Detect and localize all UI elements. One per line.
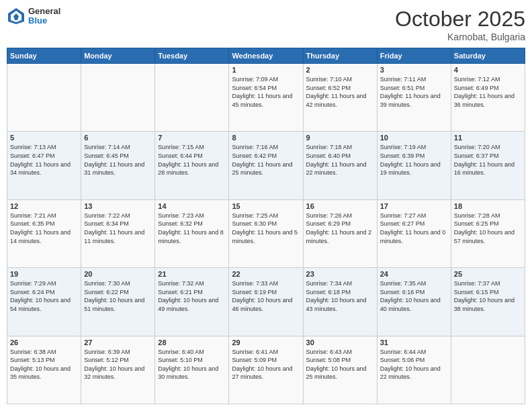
calendar-cell xyxy=(81,64,155,132)
calendar-cell: 31Sunrise: 6:44 AM Sunset: 5:06 PM Dayli… xyxy=(377,336,451,404)
calendar-cell: 25Sunrise: 7:37 AM Sunset: 6:15 PM Dayli… xyxy=(451,268,525,336)
day-info: Sunrise: 7:32 AM Sunset: 6:21 PM Dayligh… xyxy=(158,279,226,313)
day-number: 17 xyxy=(380,202,448,210)
day-number: 2 xyxy=(306,66,374,74)
calendar-cell: 22Sunrise: 7:33 AM Sunset: 6:19 PM Dayli… xyxy=(229,268,303,336)
header: General Blue October 2025 Karnobat, Bulg… xyxy=(7,7,525,42)
calendar-cell xyxy=(7,64,81,132)
day-info: Sunrise: 7:27 AM Sunset: 6:27 PM Dayligh… xyxy=(380,212,448,245)
day-number: 6 xyxy=(84,134,152,142)
calendar-table: SundayMondayTuesdayWednesdayThursdayFrid… xyxy=(7,48,525,404)
day-number: 1 xyxy=(232,66,300,74)
day-number: 20 xyxy=(84,270,152,278)
calendar-cell: 7Sunrise: 7:15 AM Sunset: 6:44 PM Daylig… xyxy=(155,132,229,199)
day-number: 19 xyxy=(10,270,78,278)
day-number: 29 xyxy=(232,338,300,347)
day-info: Sunrise: 7:11 AM Sunset: 6:51 PM Dayligh… xyxy=(380,75,448,109)
day-info: Sunrise: 7:22 AM Sunset: 6:34 PM Dayligh… xyxy=(84,212,152,245)
page: General Blue October 2025 Karnobat, Bulg… xyxy=(0,0,532,411)
day-info: Sunrise: 6:40 AM Sunset: 5:10 PM Dayligh… xyxy=(158,348,226,381)
day-number: 7 xyxy=(158,134,226,142)
day-number: 24 xyxy=(380,270,448,278)
day-header-thursday: Thursday xyxy=(303,48,377,64)
day-number: 10 xyxy=(380,134,448,142)
day-info: Sunrise: 7:25 AM Sunset: 6:30 PM Dayligh… xyxy=(232,212,300,245)
day-number: 16 xyxy=(306,202,374,210)
calendar-cell: 18Sunrise: 7:28 AM Sunset: 6:25 PM Dayli… xyxy=(451,199,525,267)
calendar-cell: 3Sunrise: 7:11 AM Sunset: 6:51 PM Daylig… xyxy=(377,64,451,132)
day-info: Sunrise: 7:21 AM Sunset: 6:35 PM Dayligh… xyxy=(10,212,78,245)
day-number: 25 xyxy=(454,270,522,278)
calendar-week-2: 5Sunrise: 7:13 AM Sunset: 6:47 PM Daylig… xyxy=(7,132,525,199)
day-info: Sunrise: 7:34 AM Sunset: 6:18 PM Dayligh… xyxy=(306,279,374,313)
day-number: 11 xyxy=(454,134,522,142)
calendar-cell: 27Sunrise: 6:39 AM Sunset: 5:12 PM Dayli… xyxy=(81,336,155,404)
calendar-cell: 11Sunrise: 7:20 AM Sunset: 6:37 PM Dayli… xyxy=(451,132,525,199)
calendar-week-4: 19Sunrise: 7:29 AM Sunset: 6:24 PM Dayli… xyxy=(7,268,525,336)
calendar-cell: 13Sunrise: 7:22 AM Sunset: 6:34 PM Dayli… xyxy=(81,199,155,267)
logo-blue-text: Blue xyxy=(28,16,60,26)
calendar-cell: 16Sunrise: 7:26 AM Sunset: 6:29 PM Dayli… xyxy=(303,199,377,267)
day-info: Sunrise: 7:28 AM Sunset: 6:25 PM Dayligh… xyxy=(454,212,522,245)
calendar-cell: 2Sunrise: 7:10 AM Sunset: 6:52 PM Daylig… xyxy=(303,64,377,132)
calendar-cell: 1Sunrise: 7:09 AM Sunset: 6:54 PM Daylig… xyxy=(229,64,303,132)
day-info: Sunrise: 6:39 AM Sunset: 5:12 PM Dayligh… xyxy=(84,348,152,381)
day-header-sunday: Sunday xyxy=(7,48,81,64)
calendar-week-5: 26Sunrise: 6:38 AM Sunset: 5:13 PM Dayli… xyxy=(7,336,525,404)
day-info: Sunrise: 7:33 AM Sunset: 6:19 PM Dayligh… xyxy=(232,279,300,313)
day-number: 14 xyxy=(158,202,226,210)
day-info: Sunrise: 6:41 AM Sunset: 5:09 PM Dayligh… xyxy=(232,348,300,381)
day-info: Sunrise: 6:38 AM Sunset: 5:13 PM Dayligh… xyxy=(10,348,78,381)
calendar-cell: 29Sunrise: 6:41 AM Sunset: 5:09 PM Dayli… xyxy=(229,336,303,404)
day-info: Sunrise: 7:30 AM Sunset: 6:22 PM Dayligh… xyxy=(84,279,152,313)
calendar-cell: 19Sunrise: 7:29 AM Sunset: 6:24 PM Dayli… xyxy=(7,268,81,336)
day-info: Sunrise: 6:44 AM Sunset: 5:06 PM Dayligh… xyxy=(380,348,448,381)
day-info: Sunrise: 7:19 AM Sunset: 6:39 PM Dayligh… xyxy=(380,143,448,177)
calendar-header-row: SundayMondayTuesdayWednesdayThursdayFrid… xyxy=(7,48,525,64)
calendar-cell: 12Sunrise: 7:21 AM Sunset: 6:35 PM Dayli… xyxy=(7,199,81,267)
day-info: Sunrise: 7:18 AM Sunset: 6:40 PM Dayligh… xyxy=(306,143,374,177)
day-number: 18 xyxy=(454,202,522,210)
day-header-tuesday: Tuesday xyxy=(155,48,229,64)
day-number: 31 xyxy=(380,338,448,347)
day-header-saturday: Saturday xyxy=(451,48,525,64)
calendar-cell: 5Sunrise: 7:13 AM Sunset: 6:47 PM Daylig… xyxy=(7,132,81,199)
calendar-cell xyxy=(451,336,525,404)
day-header-wednesday: Wednesday xyxy=(229,48,303,64)
calendar-cell: 17Sunrise: 7:27 AM Sunset: 6:27 PM Dayli… xyxy=(377,199,451,267)
calendar-cell: 28Sunrise: 6:40 AM Sunset: 5:10 PM Dayli… xyxy=(155,336,229,404)
day-info: Sunrise: 7:16 AM Sunset: 6:42 PM Dayligh… xyxy=(232,143,300,177)
day-number: 3 xyxy=(380,66,448,74)
logo-general-text: General xyxy=(28,7,60,16)
day-info: Sunrise: 7:10 AM Sunset: 6:52 PM Dayligh… xyxy=(306,75,374,109)
day-info: Sunrise: 7:13 AM Sunset: 6:47 PM Dayligh… xyxy=(10,143,78,177)
calendar-cell: 30Sunrise: 6:43 AM Sunset: 5:08 PM Dayli… xyxy=(303,336,377,404)
day-number: 26 xyxy=(10,338,78,347)
calendar-cell xyxy=(155,64,229,132)
day-info: Sunrise: 7:29 AM Sunset: 6:24 PM Dayligh… xyxy=(10,279,78,313)
day-number: 23 xyxy=(306,270,374,278)
day-info: Sunrise: 7:12 AM Sunset: 6:49 PM Dayligh… xyxy=(454,75,522,109)
day-number: 12 xyxy=(10,202,78,210)
calendar-cell: 23Sunrise: 7:34 AM Sunset: 6:18 PM Dayli… xyxy=(303,268,377,336)
day-number: 28 xyxy=(158,338,226,347)
day-info: Sunrise: 7:37 AM Sunset: 6:15 PM Dayligh… xyxy=(454,279,522,313)
calendar-cell: 10Sunrise: 7:19 AM Sunset: 6:39 PM Dayli… xyxy=(377,132,451,199)
day-number: 13 xyxy=(84,202,152,210)
calendar-cell: 15Sunrise: 7:25 AM Sunset: 6:30 PM Dayli… xyxy=(229,199,303,267)
day-number: 5 xyxy=(10,134,78,142)
day-number: 22 xyxy=(232,270,300,278)
main-title: October 2025 xyxy=(395,7,525,32)
day-number: 30 xyxy=(306,338,374,347)
subtitle: Karnobat, Bulgaria xyxy=(395,32,525,42)
day-header-friday: Friday xyxy=(377,48,451,64)
title-block: October 2025 Karnobat, Bulgaria xyxy=(395,7,525,42)
calendar-cell: 24Sunrise: 7:35 AM Sunset: 6:16 PM Dayli… xyxy=(377,268,451,336)
calendar-cell: 20Sunrise: 7:30 AM Sunset: 6:22 PM Dayli… xyxy=(81,268,155,336)
day-number: 4 xyxy=(454,66,522,74)
logo-text: General Blue xyxy=(28,7,60,26)
logo: General Blue xyxy=(7,7,60,26)
logo-icon xyxy=(7,7,26,26)
day-info: Sunrise: 7:09 AM Sunset: 6:54 PM Dayligh… xyxy=(232,75,300,109)
day-info: Sunrise: 7:15 AM Sunset: 6:44 PM Dayligh… xyxy=(158,143,226,177)
